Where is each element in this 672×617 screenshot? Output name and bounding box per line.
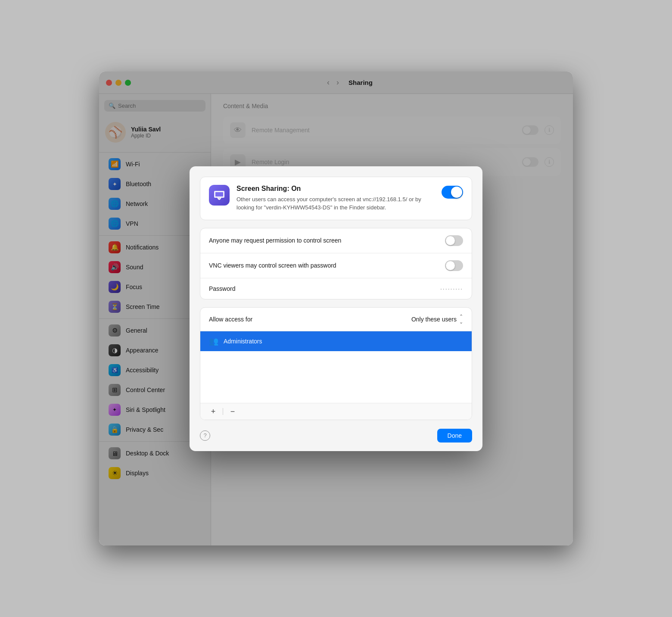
access-dropdown-value: Only these users	[411, 316, 457, 323]
password-value: ·········	[440, 285, 463, 292]
vnc-control-label: VNC viewers may control screen with pass…	[209, 262, 438, 269]
request-permission-row: Anyone may request permission to control…	[200, 228, 472, 253]
screen-sharing-modal: Screen Sharing: On Other users can acces…	[190, 166, 482, 451]
add-remove-bar: + −	[200, 403, 472, 420]
administrators-icon: 👥	[209, 337, 218, 346]
request-permission-label: Anyone may request permission to control…	[209, 237, 438, 244]
modal-overlay: Screen Sharing: On Other users can acces…	[99, 72, 573, 545]
screen-sharing-title: Screen Sharing: On	[236, 185, 435, 193]
access-section: Allow access for Only these users ⌃⌄ 👥 A…	[200, 307, 472, 420]
screen-sharing-info: Screen Sharing: On Other users can acces…	[236, 185, 435, 212]
users-list-empty	[200, 351, 472, 403]
access-dropdown[interactable]: Only these users ⌃⌄	[411, 314, 463, 325]
help-button[interactable]: ?	[200, 430, 210, 441]
password-label: Password	[209, 285, 433, 292]
administrators-row[interactable]: 👥 Administrators	[200, 331, 472, 351]
svg-rect-1	[215, 192, 223, 196]
administrators-label: Administrators	[224, 338, 262, 345]
remove-user-button[interactable]: −	[227, 407, 239, 416]
main-window: ‹ › Sharing 🔍 ⚾ Yuliia Savl Apple ID	[99, 72, 573, 545]
request-permission-toggle[interactable]	[445, 235, 463, 246]
modal-body: Screen Sharing: On Other users can acces…	[190, 166, 482, 420]
done-button[interactable]: Done	[437, 429, 472, 442]
chevron-updown-icon: ⌃⌄	[459, 314, 463, 325]
access-header-label: Allow access for	[209, 316, 411, 323]
password-row: Password ·········	[200, 278, 472, 299]
screen-sharing-toggle[interactable]	[442, 186, 463, 199]
vnc-control-row: VNC viewers may control screen with pass…	[200, 253, 472, 278]
separator	[223, 408, 223, 415]
screen-sharing-card: Screen Sharing: On Other users can acces…	[200, 177, 472, 220]
options-section: Anyone may request permission to control…	[200, 228, 472, 299]
vnc-control-toggle[interactable]	[445, 260, 463, 271]
svg-rect-2	[218, 198, 221, 199]
modal-footer: ? Done	[190, 420, 482, 451]
access-header: Allow access for Only these users ⌃⌄	[200, 308, 472, 331]
screen-sharing-description: Other users can access your computer's s…	[236, 195, 435, 212]
add-user-button[interactable]: +	[207, 407, 219, 416]
screen-sharing-app-icon	[209, 185, 230, 206]
